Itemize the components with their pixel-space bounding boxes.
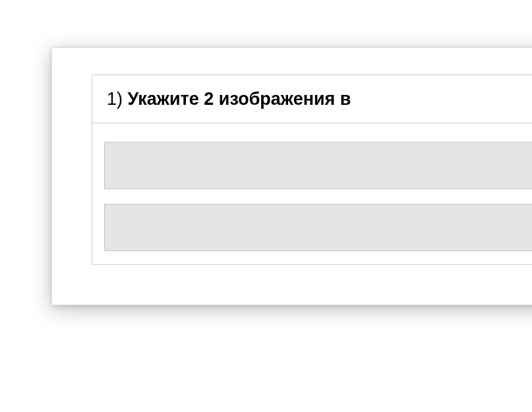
image-slot-2[interactable] xyxy=(104,204,532,251)
question-number: 1) xyxy=(107,89,123,109)
question-prompt: Укажите 2 изображения в xyxy=(128,89,351,109)
image-slot-1[interactable] xyxy=(104,142,532,189)
answer-area xyxy=(92,123,532,264)
question-block: 1) Укажите 2 изображения в xyxy=(92,74,532,265)
form-card: 1) Укажите 2 изображения в xyxy=(51,47,532,305)
question-header: 1) Укажите 2 изображения в xyxy=(92,75,532,123)
